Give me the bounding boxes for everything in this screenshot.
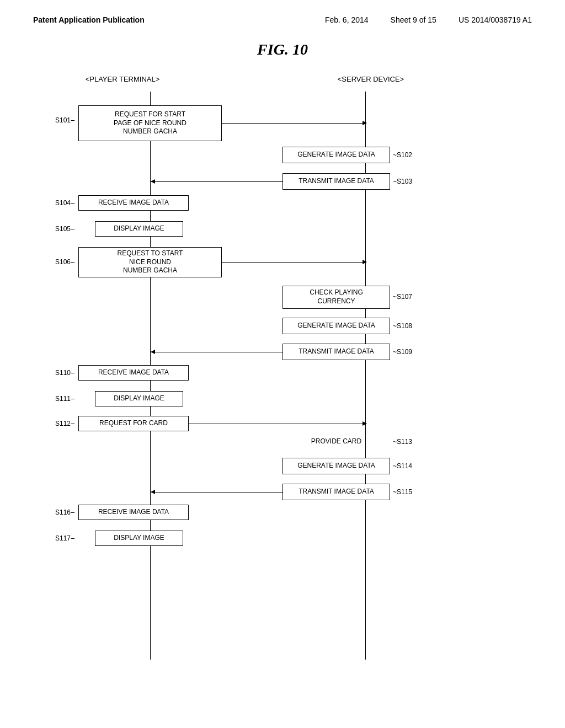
step-s106-text: REQUEST TO STARTNICE ROUNDNUMBER GACHA	[118, 249, 183, 275]
step-s110-text: RECEIVE IMAGE DATA	[98, 368, 169, 377]
arrow-s115	[151, 492, 282, 493]
header-left: Patent Application Publication	[33, 15, 145, 24]
step-s112-num: S112‒	[55, 420, 75, 427]
step-s110-num: S110‒	[55, 369, 75, 377]
step-s101-text: REQUEST FOR STARTPAGE OF NICE ROUNDNUMBE…	[114, 110, 186, 136]
step-s105-box: DISPLAY IMAGE	[95, 221, 183, 237]
arrow-s112	[189, 424, 366, 424]
step-s113-text: PROVIDE CARD	[282, 433, 390, 449]
page-header: Patent Application Publication Feb. 6, 2…	[0, 0, 565, 30]
step-s107-text: CHECK PLAYINGCURRENCY	[310, 288, 363, 306]
step-s104-text: RECEIVE IMAGE DATA	[98, 199, 169, 207]
step-s103-text: TRANSMIT IMAGE DATA	[299, 177, 374, 186]
step-s117-box: DISPLAY IMAGE	[95, 531, 183, 546]
step-s102-box: GENERATE IMAGE DATA	[282, 147, 390, 163]
step-s116-text: RECEIVE IMAGE DATA	[98, 508, 169, 517]
step-s102-text: GENERATE IMAGE DATA	[297, 151, 375, 159]
step-s111-text: DISPLAY IMAGE	[114, 394, 164, 403]
step-s116-box: RECEIVE IMAGE DATA	[78, 505, 189, 520]
step-s101-box: REQUEST FOR STARTPAGE OF NICE ROUNDNUMBE…	[78, 105, 222, 141]
arrow-s101	[222, 123, 366, 124]
step-s117-num: S117‒	[55, 534, 75, 542]
step-s104-box: RECEIVE IMAGE DATA	[78, 195, 189, 211]
step-s106-num: S106‒	[55, 258, 75, 266]
step-s111-box: DISPLAY IMAGE	[95, 391, 183, 406]
step-s117-text: DISPLAY IMAGE	[114, 534, 164, 543]
step-s110-box: RECEIVE IMAGE DATA	[78, 365, 189, 381]
diagram: <PLAYER TERMINAL> <SERVER DEVICE> REQUES…	[45, 75, 520, 671]
step-s108-text: GENERATE IMAGE DATA	[297, 322, 375, 330]
step-s106-box: REQUEST TO STARTNICE ROUNDNUMBER GACHA	[78, 247, 222, 277]
step-s115-text: TRANSMIT IMAGE DATA	[299, 488, 374, 496]
col-header-left: <PLAYER TERMINAL>	[67, 75, 178, 83]
step-s105-text: DISPLAY IMAGE	[114, 224, 164, 233]
step-s104-num: S104‒	[55, 199, 75, 207]
header-right: Feb. 6, 2014 Sheet 9 of 15 US 2014/00387…	[325, 15, 532, 24]
step-s112-box: REQUEST FOR CARD	[78, 416, 189, 431]
arrow-s106	[222, 262, 366, 263]
step-s103-num: ~S103	[393, 178, 412, 185]
step-s103-box: TRANSMIT IMAGE DATA	[282, 173, 390, 190]
header-patent: US 2014/0038719 A1	[459, 15, 532, 24]
step-s108-num: ~S108	[393, 322, 412, 330]
step-s101-num: S101‒	[55, 116, 75, 124]
step-s109-box: TRANSMIT IMAGE DATA	[282, 344, 390, 360]
step-s107-num: ~S107	[393, 293, 412, 301]
step-s108-box: GENERATE IMAGE DATA	[282, 318, 390, 334]
col-header-right: <SERVER DEVICE>	[316, 75, 426, 83]
step-s109-num: ~S109	[393, 348, 412, 356]
step-s115-box: TRANSMIT IMAGE DATA	[282, 484, 390, 500]
figure-title: FIG. 10	[0, 41, 565, 58]
step-s112-text: REQUEST FOR CARD	[99, 419, 168, 428]
arrow-s103	[151, 181, 282, 182]
header-date: Feb. 6, 2014	[325, 15, 369, 24]
step-s114-num: ~S114	[393, 462, 412, 470]
step-s111-num: S111‒	[55, 395, 75, 403]
header-sheet: Sheet 9 of 15	[391, 15, 436, 24]
step-s102-num: ~S102	[393, 151, 412, 159]
step-s114-text: GENERATE IMAGE DATA	[297, 462, 375, 470]
step-s116-num: S116‒	[55, 508, 75, 516]
step-s109-text: TRANSMIT IMAGE DATA	[299, 347, 374, 356]
step-s114-box: GENERATE IMAGE DATA	[282, 458, 390, 474]
step-s107-box: CHECK PLAYINGCURRENCY	[282, 286, 390, 309]
step-s113-num: ~S113	[393, 438, 412, 446]
arrow-s109	[151, 352, 282, 352]
step-s115-num: ~S115	[393, 488, 412, 496]
step-s105-num: S105‒	[55, 225, 75, 233]
